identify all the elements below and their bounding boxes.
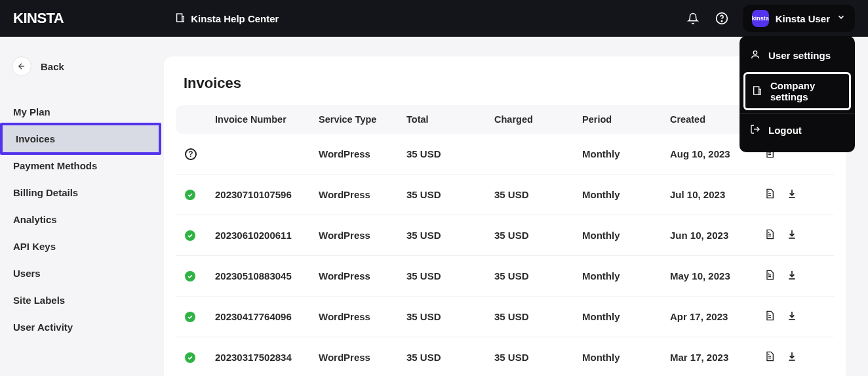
invoice-cell: 20230417764096 [215,311,319,322]
table-header-row: Invoice Number Service Type Total Charge… [176,105,834,134]
help-center-label: Kinsta Help Center [191,13,279,24]
invoice-cell: 20230510883045 [215,270,319,282]
charged-cell: 35 USD [494,352,582,363]
col-period-header: Period [582,114,670,125]
dropdown-user-settings[interactable]: User settings [740,41,855,70]
sidebar-item-user-activity[interactable]: User Activity [0,314,164,341]
main: Back My PlanInvoicesPayment MethodsBilli… [0,37,868,376]
dropdown-logout[interactable]: Logout [740,116,855,144]
dropdown-separator [740,113,855,114]
svg-rect-1 [182,16,184,22]
service-cell: WordPress [319,270,406,282]
sidebar-item-api-keys[interactable]: API Keys [0,233,164,260]
download-invoice-icon[interactable] [787,270,797,282]
download-invoice-icon[interactable] [787,310,797,323]
table-row: 20230510883045WordPress35 USD35 USDMonth… [176,256,834,297]
table-row: 20230710107596WordPress35 USD35 USDMonth… [176,175,834,215]
period-cell: Monthly [582,311,670,322]
period-cell: Monthly [582,148,670,159]
charged-cell: 35 USD [494,270,582,282]
logo[interactable]: KINSTA [13,10,64,27]
building-icon [175,12,186,25]
dropdown-company-settings[interactable]: Company settings [743,72,851,110]
sidebar-item-site-labels[interactable]: Site Labels [0,287,164,314]
period-cell: Monthly [582,230,670,241]
avatar: kinsta [752,10,769,27]
status-ok-icon [185,312,195,322]
col-total-header: Total [406,114,494,125]
invoice-cell: 20230317502834 [215,352,319,363]
status-ok-icon [185,271,195,282]
svg-point-8 [753,51,757,54]
status-cell [185,230,215,241]
sidebar: Back My PlanInvoicesPayment MethodsBilli… [0,37,164,376]
created-cell: Jul 10, 2023 [670,189,764,200]
total-cell: 35 USD [406,270,494,282]
sidebar-item-payment-methods[interactable]: Payment Methods [0,152,164,179]
status-cell [185,271,215,282]
sidebar-item-billing-details[interactable]: Billing Details [0,179,164,206]
status-ok-icon [185,352,195,363]
back-button[interactable]: Back [0,56,164,76]
svg-rect-10 [759,89,761,94]
help-icon[interactable] [714,10,730,26]
created-cell: Mar 17, 2023 [670,352,764,363]
col-status-header [185,114,215,125]
invoice-cell: 20230610200611 [215,230,319,241]
status-cell [185,352,215,363]
actions-cell [764,188,825,201]
svg-rect-9 [754,87,759,94]
svg-rect-0 [177,14,182,22]
created-cell: Apr 17, 2023 [670,311,764,322]
view-invoice-icon[interactable] [764,350,775,364]
service-cell: WordPress [319,148,406,159]
invoice-cell: 20230710107596 [215,189,319,200]
service-cell: WordPress [319,311,406,322]
period-cell: Monthly [582,189,670,200]
sidebar-item-invoices[interactable]: Invoices [0,123,161,155]
total-cell: 35 USD [406,311,494,322]
period-cell: Monthly [582,352,670,363]
col-service-header: Service Type [319,114,406,125]
dropdown-company-settings-label: Company settings [770,80,842,102]
total-cell: 35 USD [406,148,494,159]
sidebar-item-my-plan[interactable]: My Plan [0,98,164,125]
actions-cell [764,350,825,364]
user-icon [750,49,760,62]
created-cell: Jun 10, 2023 [670,230,764,241]
building-icon [752,85,762,98]
help-center-link[interactable]: Kinsta Help Center [175,12,279,25]
view-invoice-icon[interactable] [764,310,775,324]
table-row: ?WordPress35 USDMonthlyAug 10, 2023 [176,134,834,175]
total-cell: 35 USD [406,230,494,241]
service-cell: WordPress [319,352,406,363]
actions-cell [764,228,825,242]
arrow-left-icon [12,56,31,76]
total-cell: 35 USD [406,189,494,200]
service-cell: WordPress [319,189,406,200]
charged-cell: 35 USD [494,189,582,200]
created-cell: May 10, 2023 [670,270,764,282]
view-invoice-icon[interactable] [764,228,775,242]
topbar: KINSTA Kinsta Help Center kinsta Kinsta … [0,0,868,37]
table-row: 20230610200611WordPress35 USD35 USDMonth… [176,215,834,256]
logout-icon [750,124,760,136]
download-invoice-icon[interactable] [787,351,797,364]
status-cell: ? [185,148,215,160]
user-menu-trigger[interactable]: kinsta Kinsta User User settings Company… [743,5,855,32]
notifications-icon[interactable] [685,10,701,26]
dropdown-logout-label: Logout [768,125,802,136]
chevron-down-icon [837,12,846,24]
download-invoice-icon[interactable] [787,188,797,201]
dropdown-user-settings-label: User settings [768,50,831,61]
sidebar-item-analytics[interactable]: Analytics [0,206,164,233]
nav: My PlanInvoicesPayment MethodsBilling De… [0,98,164,341]
view-invoice-icon[interactable] [764,269,775,283]
table-body: ?WordPress35 USDMonthlyAug 10, 202320230… [164,134,846,376]
charged-cell: 35 USD [494,311,582,322]
download-invoice-icon[interactable] [787,229,797,241]
sidebar-item-users[interactable]: Users [0,260,164,287]
period-cell: Monthly [582,270,670,282]
col-invoice-header: Invoice Number [215,114,319,125]
view-invoice-icon[interactable] [764,188,775,201]
